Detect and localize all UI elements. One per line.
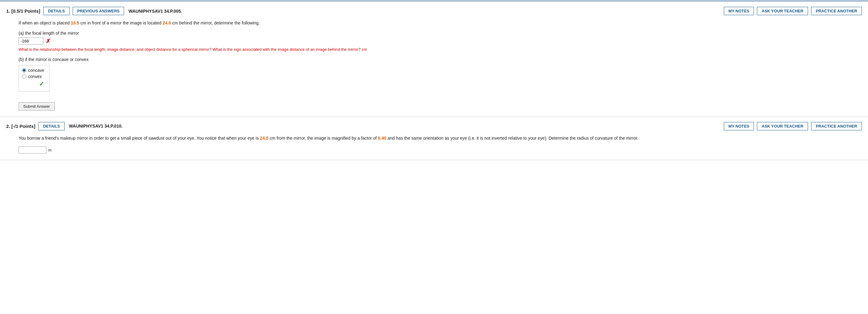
part-a-input-row: ✗ (19, 37, 862, 45)
radius-input[interactable] (19, 146, 46, 153)
concave-row: concave (22, 68, 44, 73)
correct-check-row: ✓ (22, 80, 44, 88)
question-2-number: 2. [-/1 Points] (6, 123, 35, 129)
submit-answer-button[interactable]: Submit Answer (19, 102, 55, 111)
focal-length-input[interactable] (19, 37, 43, 45)
q2-factor: 6.40 (378, 136, 386, 141)
convex-label: convex (28, 74, 42, 79)
mirror-type-group: concave convex ✓ (19, 65, 50, 92)
question-2-header: 2. [-/1 Points] DETAILS WAUNIPHYSAV1 34.… (6, 122, 862, 131)
part-a-label: (a) the focal length of the mirror (19, 31, 862, 36)
question-2-block: 2. [-/1 Points] DETAILS WAUNIPHYSAV1 34.… (0, 117, 868, 160)
question-2-body: You borrow a friend's makeup mirror in o… (6, 135, 862, 153)
part-b: (b) if the mirror is concave or convex c… (19, 57, 862, 92)
q2-distance1: 24.0 (260, 136, 268, 141)
details-button-2[interactable]: DETAILS (38, 122, 65, 131)
question-2-text: You borrow a friend's makeup mirror in o… (19, 135, 862, 142)
convex-row: convex (22, 74, 44, 79)
q2-text-1: You borrow a friend's makeup mirror in o… (19, 136, 258, 141)
hint-text: What is the relationship between the foc… (19, 47, 862, 53)
question-1-block: 1. [0.5/1 Points] DETAILS PREVIOUS ANSWE… (0, 2, 868, 117)
part-a: (a) the focal length of the mirror ✗ Wha… (19, 31, 862, 53)
incorrect-icon: ✗ (46, 38, 51, 45)
q1-num: 1. [0.5/1 Points] (6, 8, 40, 13)
q2-input-row: m (19, 146, 862, 153)
question-1-code: WAUNIPHYSAV1 34.P.005. (128, 9, 182, 13)
previous-answers-button[interactable]: PREVIOUS ANSWERS (73, 7, 124, 15)
q2-text-3: and has the same orientation as your eye… (388, 136, 639, 141)
my-notes-button-1[interactable]: MY NOTES (724, 7, 754, 15)
q1-distance2: 24.0 (162, 21, 171, 25)
q1-text-3: cm behind the mirror, determine the foll… (172, 21, 260, 25)
q2-unit: m (48, 148, 52, 152)
q2-text-2: cm from the mirror, the image is magnifi… (270, 136, 377, 141)
question-1-text: If when an object is placed 10.5 cm in f… (19, 20, 862, 26)
q1-text-1: If when an object is placed (19, 21, 70, 25)
concave-label: concave (28, 68, 44, 73)
convex-radio[interactable] (22, 74, 26, 79)
ask-teacher-button-2[interactable]: ASK YOUR TEACHER (757, 122, 808, 131)
question-2-code: WAUNIPHYSAV1 34.P.010. (69, 123, 123, 129)
practice-another-button-2[interactable]: PRACTICE ANOTHER (811, 122, 862, 131)
concave-radio[interactable] (22, 68, 26, 73)
hint-content: What is the relationship between the foc… (19, 47, 361, 52)
details-button-1[interactable]: DETAILS (43, 7, 70, 15)
correct-icon: ✓ (39, 80, 44, 88)
question-1-number: 1. [0.5/1 Points] (6, 8, 40, 13)
practice-another-button-1[interactable]: PRACTICE ANOTHER (811, 7, 862, 15)
q2-num: 2. [-/1 Points] (6, 123, 35, 129)
q1-text-2: cm in front of a mirror the image is loc… (81, 21, 161, 25)
question-1-body: If when an object is placed 10.5 cm in f… (6, 20, 862, 111)
hint-unit: cm (362, 47, 367, 52)
q1-distance1: 10.5 (71, 21, 79, 25)
my-notes-button-2[interactable]: MY NOTES (724, 122, 754, 131)
part-b-label: (b) if the mirror is concave or convex (19, 57, 862, 62)
question-1-header: 1. [0.5/1 Points] DETAILS PREVIOUS ANSWE… (6, 7, 862, 15)
ask-teacher-button-1[interactable]: ASK YOUR TEACHER (757, 7, 808, 15)
